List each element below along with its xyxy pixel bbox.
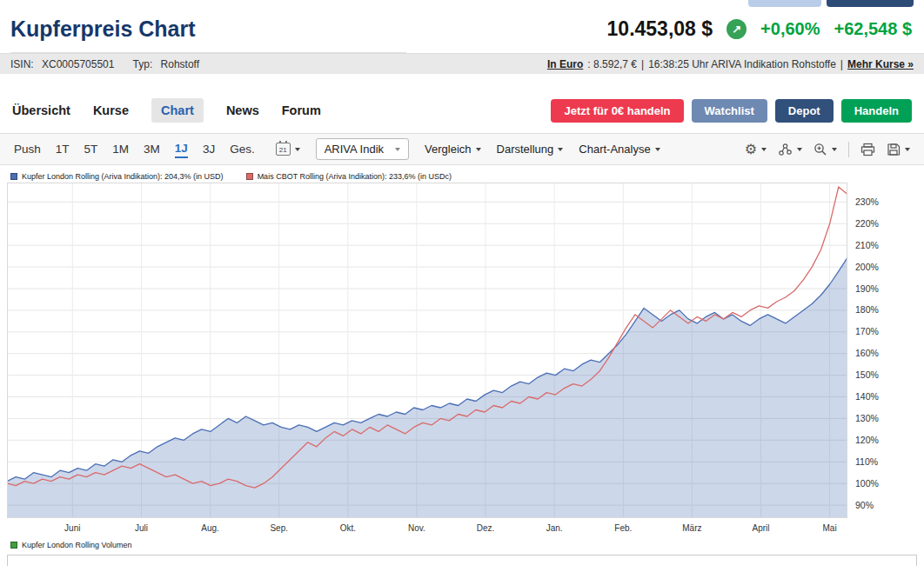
- volume-legend-label: Kupfer London Rolling Volumen: [22, 541, 132, 549]
- instrument-select-value: ARIVA Indik: [325, 143, 384, 156]
- svg-text:220%: 220%: [855, 218, 879, 229]
- volume-legend: Kupfer London Rolling Volumen: [0, 535, 924, 549]
- svg-text:Okt.: Okt.: [340, 523, 356, 533]
- date-picker-button[interactable]: 21: [276, 143, 300, 156]
- svg-text:210%: 210%: [855, 240, 879, 250]
- calendar-icon: 21: [276, 143, 291, 156]
- chevron-down-icon: [558, 148, 563, 151]
- svg-text:230%: 230%: [855, 196, 879, 207]
- tab-chart[interactable]: Chart: [151, 98, 204, 123]
- mehr-kurse-link[interactable]: Mehr Kurse »: [847, 58, 914, 70]
- trend-up-icon[interactable]: ↗: [726, 19, 747, 39]
- chart-toolbar: Push 1T 5T 1M 3M 1J 3J Ges. 21 ARIVA Ind…: [0, 133, 924, 165]
- svg-text:180%: 180%: [855, 304, 879, 315]
- chevron-down-icon: [761, 148, 767, 151]
- typ-label: Typ:: [133, 58, 153, 70]
- info-bar: ISIN: XC0005705501 Typ: Rohstoff In Euro…: [0, 53, 924, 74]
- tab-news[interactable]: News: [226, 98, 259, 123]
- chevron-down-icon: [655, 148, 660, 151]
- legend-swatch-mais: [246, 173, 253, 180]
- trade-now-button[interactable]: Jetzt für 0€ handeln: [551, 99, 683, 123]
- instrument-select[interactable]: ARIVA Indik: [316, 138, 409, 160]
- tab-list: Übersicht Kurse Chart News Forum: [12, 98, 321, 123]
- indicators-button[interactable]: [778, 143, 802, 156]
- svg-text:200%: 200%: [855, 262, 879, 272]
- vergleich-label: Vergleich: [425, 143, 471, 156]
- svg-text:100%: 100%: [855, 478, 879, 489]
- range-selector: Push 1T 5T 1M 3M 1J 3J Ges.: [14, 140, 255, 158]
- volume-chart-panel[interactable]: [7, 555, 917, 566]
- print-button[interactable]: [860, 143, 875, 156]
- svg-text:Juni: Juni: [64, 523, 80, 533]
- gear-icon: ⚙: [745, 143, 757, 156]
- isin-value: XC0005705501: [42, 58, 114, 70]
- legend-item-mais: Mais CBOT Rolling (Ariva Indikation): 23…: [246, 172, 452, 181]
- tab-forum[interactable]: Forum: [282, 98, 321, 123]
- tab-uebersicht[interactable]: Übersicht: [12, 98, 70, 123]
- in-euro-link[interactable]: In Euro: [547, 58, 583, 70]
- main-price-chart[interactable]: 90%100%110%120%130%140%150%160%170%180%1…: [7, 183, 917, 535]
- svg-text:März: März: [682, 523, 701, 533]
- range-5t[interactable]: 5T: [84, 141, 98, 157]
- isin-label: ISIN:: [10, 58, 34, 70]
- range-3j[interactable]: 3J: [203, 141, 215, 157]
- range-1m[interactable]: 1M: [112, 141, 129, 157]
- svg-text:130%: 130%: [855, 413, 879, 423]
- chevron-down-icon: [295, 148, 300, 151]
- svg-text:110%: 110%: [855, 456, 878, 467]
- range-ges[interactable]: Ges.: [230, 141, 255, 157]
- range-1j[interactable]: 1J: [175, 140, 188, 158]
- zoom-button[interactable]: [814, 143, 837, 156]
- svg-text:90%: 90%: [855, 500, 874, 510]
- legend-label-kupfer: Kupfer London Rolling (Ariva Indikation)…: [22, 172, 224, 181]
- range-1t[interactable]: 1T: [56, 141, 70, 157]
- legend-item-kupfer: Kupfer London Rolling (Ariva Indikation)…: [10, 172, 224, 181]
- printer-icon: [860, 143, 875, 156]
- chart-analyse-dropdown[interactable]: Chart-Analyse: [579, 143, 660, 156]
- svg-text:Nov.: Nov.: [408, 523, 425, 533]
- chevron-down-icon: [832, 148, 837, 151]
- chevron-down-icon: [797, 148, 802, 151]
- typ-value: Rohstoff: [161, 58, 199, 70]
- nav-actions: Jetzt für 0€ handeln Watchlist Depot Han…: [551, 99, 912, 123]
- range-3m[interactable]: 3M: [144, 141, 160, 157]
- svg-text:140%: 140%: [855, 391, 879, 402]
- quote-info: In Euro : 8.592,7 € | 16:38:25 Uhr ARIVA…: [547, 58, 914, 70]
- legend-label-mais: Mais CBOT Rolling (Ariva Indikation): 23…: [258, 172, 452, 181]
- svg-text:170%: 170%: [855, 326, 879, 336]
- tab-kurse[interactable]: Kurse: [93, 98, 129, 123]
- svg-text:Sep.: Sep.: [270, 523, 288, 533]
- svg-text:190%: 190%: [855, 283, 879, 294]
- save-icon: [887, 143, 901, 156]
- chevron-down-icon: [905, 148, 910, 151]
- chart-legend: Kupfer London Rolling (Ariva Indikation)…: [0, 165, 924, 183]
- price-value: 10.453,08 $: [607, 17, 713, 41]
- svg-text:Mai: Mai: [823, 523, 837, 533]
- isin-typ-info: ISIN: XC0005705501 Typ: Rohstoff: [10, 58, 204, 70]
- darstellung-label: Darstellung: [497, 143, 554, 156]
- svg-text:160%: 160%: [855, 348, 879, 358]
- chevron-down-icon: [476, 148, 481, 151]
- nodes-icon: [778, 143, 793, 156]
- svg-text:Jan.: Jan.: [546, 523, 563, 533]
- handeln-button[interactable]: Handeln: [841, 99, 912, 123]
- range-push[interactable]: Push: [14, 141, 41, 157]
- svg-text:April: April: [752, 523, 769, 533]
- change-absolute: +62,548 $: [834, 19, 912, 39]
- settings-button[interactable]: ⚙: [745, 143, 767, 156]
- vergleich-dropdown[interactable]: Vergleich: [425, 143, 480, 156]
- nav-bar: Übersicht Kurse Chart News Forum Jetzt f…: [0, 96, 924, 124]
- page-header: Kupferpreis Chart 10.453,08 $ ↗ +0,60% +…: [0, 0, 924, 53]
- separator: |: [641, 58, 644, 70]
- svg-text:Feb.: Feb.: [614, 523, 632, 533]
- chart-analyse-label: Chart-Analyse: [579, 143, 650, 156]
- save-button[interactable]: [887, 143, 910, 156]
- watchlist-button[interactable]: Watchlist: [692, 99, 767, 123]
- svg-text:Dez.: Dez.: [477, 523, 495, 533]
- depot-button[interactable]: Depot: [775, 99, 834, 123]
- darstellung-dropdown[interactable]: Darstellung: [497, 143, 564, 156]
- price-block: 10.453,08 $ ↗ +0,60% +62,548 $: [607, 17, 912, 41]
- chevron-down-icon: [395, 148, 400, 151]
- indication-text: 16:38:25 Uhr ARIVA Indikation Rohstoffe: [648, 58, 836, 70]
- volume-legend-swatch: [10, 542, 17, 549]
